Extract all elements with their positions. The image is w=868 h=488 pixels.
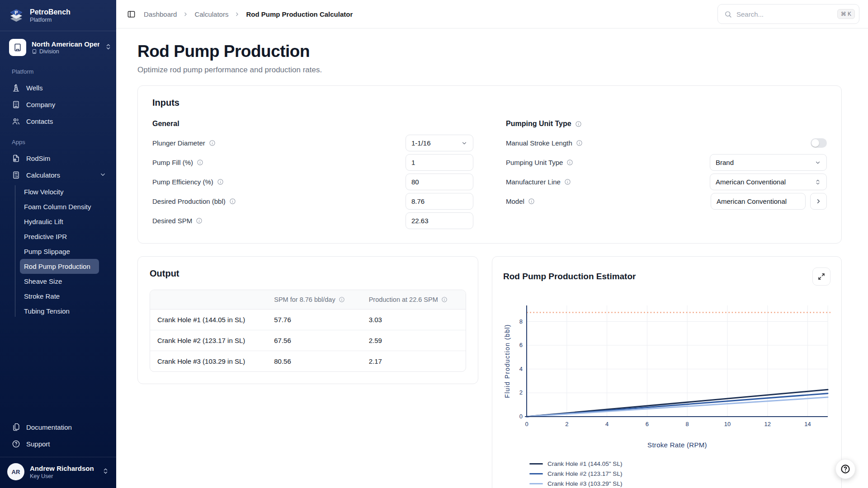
division-icon xyxy=(32,49,37,54)
user-name: Andrew Richardson xyxy=(30,464,94,473)
table-header-row: SPM for 8.76 bbl/day Production at 22.6 … xyxy=(150,290,466,310)
org-type: Division xyxy=(39,48,59,55)
rodsim-icon xyxy=(12,154,20,163)
avatar: AR xyxy=(7,463,24,480)
pumping-unit-group-title: Pumping Unit Type xyxy=(506,120,571,128)
sidebar-item-predictive-ipr[interactable]: Predictive IPR xyxy=(20,229,99,244)
svg-text:12: 12 xyxy=(764,421,771,427)
chart-title: Rod Pump Production Estimator xyxy=(503,272,636,282)
sidebar-section-platform: Platform xyxy=(0,59,116,80)
keyboard-shortcut-badge: ⌘ K xyxy=(837,9,855,19)
chart-legend: Crank Hole #1 (144.05" SL)Crank Hole #2 … xyxy=(503,460,830,487)
manual-stroke-length-toggle[interactable] xyxy=(811,138,827,148)
pump-fill-input[interactable] xyxy=(406,154,473,171)
page-subtitle: Optimize rod pump performance and produc… xyxy=(137,66,842,75)
brand-name: PetroBench xyxy=(30,8,71,16)
general-group: General Plunger Diameter 1-1/16 xyxy=(152,118,473,230)
brand-subtitle: Platform xyxy=(30,16,71,23)
sidebar-toggle-button[interactable] xyxy=(127,10,136,19)
chevron-right-icon xyxy=(183,11,189,17)
sidebar-item-support[interactable]: Support xyxy=(0,436,116,452)
sidebar: P PetroBench Platform North American Ope… xyxy=(0,0,116,488)
pumping-unit-group: Pumping Unit Type Manual Stroke Length P… xyxy=(506,118,827,230)
question-circle-icon xyxy=(840,464,851,474)
sidebar-item-stroke-rate[interactable]: Stroke Rate xyxy=(20,289,99,304)
sidebar-item-rodsim[interactable]: RodSim xyxy=(0,150,116,167)
inputs-card-title: Inputs xyxy=(152,98,827,108)
brand: P PetroBench Platform xyxy=(0,0,116,31)
sidebar-item-wells[interactable]: Wells xyxy=(0,80,116,96)
sidebar-item-pump-slippage[interactable]: Pump Slippage xyxy=(20,244,99,259)
svg-text:8: 8 xyxy=(519,318,523,325)
sidebar-item-documentation[interactable]: Documentation xyxy=(0,419,116,436)
org-name: North American Operations xyxy=(32,40,99,49)
info-icon xyxy=(528,198,535,205)
legend-item: Crank Hole #3 (103.29" SL) xyxy=(529,480,830,487)
chevron-down-icon xyxy=(815,160,821,166)
sidebar-item-flow-velocity[interactable]: Flow Velocity xyxy=(20,184,99,199)
search-input[interactable] xyxy=(736,10,833,18)
svg-text:0: 0 xyxy=(525,421,528,427)
chevron-right-icon xyxy=(815,198,822,205)
legend-swatch xyxy=(529,483,543,484)
sidebar-item-rod-pump-production[interactable]: Rod Pump Production xyxy=(20,259,99,274)
info-icon xyxy=(575,121,582,127)
table-row: Crank Hole #2 (123.17 in SL)67.562.59 xyxy=(150,330,466,351)
chevron-down-icon xyxy=(461,140,467,146)
page-content: Rod Pump Production Optimize rod pump pe… xyxy=(116,28,868,488)
model-value[interactable]: American Conventional xyxy=(711,193,806,210)
field-plunger-diameter: Plunger Diameter 1-1/16 xyxy=(152,133,473,153)
general-group-title: General xyxy=(152,120,179,128)
table-row: Crank Hole #3 (103.29 in SL)80.562.17 xyxy=(150,351,466,372)
sidebar-item-tubing-tension[interactable]: Tubing Tension xyxy=(20,304,99,319)
sidebar-item-foam-column-density[interactable]: Foam Column Density xyxy=(20,199,99,214)
sidebar-item-sheave-size[interactable]: Sheave Size xyxy=(20,274,99,289)
pump-efficiency-input[interactable] xyxy=(406,174,473,190)
column-header-spm: SPM for 8.76 bbl/day xyxy=(267,290,361,310)
legend-swatch xyxy=(529,473,543,474)
pumping-unit-type-select[interactable]: Brand xyxy=(710,154,827,171)
svg-text:0: 0 xyxy=(519,413,523,420)
user-menu[interactable]: AR Andrew Richardson Key User xyxy=(0,457,116,487)
column-header-empty xyxy=(150,290,267,310)
manufacturer-line-select[interactable]: American Conventional xyxy=(710,174,827,190)
breadcrumb-calculators[interactable]: Calculators xyxy=(194,10,228,18)
sidebar-item-company[interactable]: Company xyxy=(0,96,116,113)
org-switcher[interactable]: North American Operations Division xyxy=(5,37,111,58)
sidebar-item-contacts[interactable]: Contacts xyxy=(0,113,116,130)
breadcrumb-dashboard[interactable]: Dashboard xyxy=(144,10,177,18)
search-box[interactable]: ⌘ K xyxy=(717,4,859,24)
breadcrumb-current: Rod Pump Production Calculator xyxy=(246,10,353,18)
breadcrumb: Dashboard Calculators Rod Pump Productio… xyxy=(144,10,353,18)
documentation-icon xyxy=(12,423,20,432)
desired-spm-input[interactable] xyxy=(406,212,473,229)
legend-swatch xyxy=(529,463,543,465)
model-drilldown-button[interactable] xyxy=(810,193,827,210)
field-model: Model American Conventional xyxy=(506,192,827,211)
svg-text:8: 8 xyxy=(686,421,689,427)
org-building-icon xyxy=(9,39,26,56)
info-icon xyxy=(229,198,236,205)
search-icon xyxy=(724,10,732,18)
plunger-diameter-select[interactable]: 1-1/16 xyxy=(406,135,473,151)
desired-production-input[interactable] xyxy=(406,193,473,210)
info-icon xyxy=(566,159,573,166)
sidebar-item-calculators[interactable]: Calculators xyxy=(0,167,116,183)
sidebar-item-hydraulic-lift[interactable]: Hydraulic Lift xyxy=(20,214,99,229)
panel-left-icon xyxy=(127,10,136,19)
output-card: Output SPM for 8.76 bbl/day xyxy=(137,256,478,384)
contacts-icon xyxy=(12,117,20,126)
svg-text:14: 14 xyxy=(804,421,811,427)
column-header-production: Production at 22.6 SPM xyxy=(362,290,466,310)
inputs-card: Inputs General Plunger Diameter 1-1/16 xyxy=(137,85,842,244)
expand-chart-button[interactable] xyxy=(812,267,830,286)
top-header: Dashboard Calculators Rod Pump Productio… xyxy=(116,0,868,28)
chevrons-up-down-icon xyxy=(102,468,109,476)
production-chart: 0246810121402468Fluid Production (bbl) xyxy=(503,301,830,436)
help-button[interactable] xyxy=(835,459,855,479)
field-pumping-unit-type: Pumping Unit Type Brand xyxy=(506,153,827,172)
calculator-icon xyxy=(12,171,20,179)
chart-x-axis-label: Stroke Rate (RPM) xyxy=(527,441,828,449)
chart-card: Rod Pump Production Estimator 0246810121… xyxy=(492,256,842,488)
petrobench-logo-icon: P xyxy=(8,6,24,24)
